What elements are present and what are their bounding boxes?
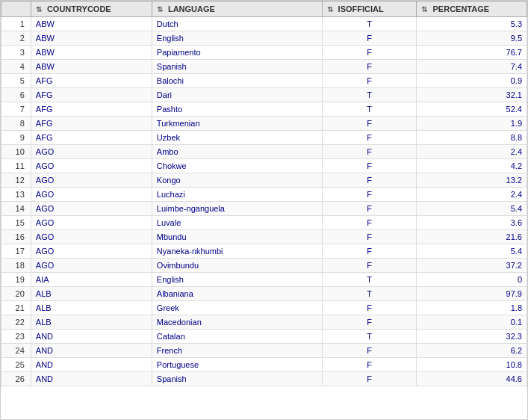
cell-rownum: 14: [1, 202, 31, 216]
cell-isofficial: T: [322, 102, 417, 117]
cell-language: Luimbe-nganguela: [152, 202, 322, 216]
table-header-row: ⇅ COUNTRYCODE ⇅ LANGUAGE ⇅ ISOFFICIAL ⇅ …: [1, 1, 527, 17]
table-row[interactable]: 11 AGO Chokwe F 4.2: [1, 159, 527, 173]
cell-rownum: 2: [1, 31, 31, 46]
table-row[interactable]: 23 AND Catalan T 32.3: [1, 330, 527, 344]
cell-rownum: 10: [1, 145, 31, 159]
cell-countrycode: AFG: [31, 117, 152, 131]
cell-rownum: 4: [1, 60, 31, 74]
table-row[interactable]: 21 ALB Greek F 1.8: [1, 301, 527, 315]
table-row[interactable]: 7 AFG Pashto T 52.4: [1, 102, 527, 117]
table-row[interactable]: 5 AFG Balochi F 0.9: [1, 74, 527, 88]
cell-rownum: 7: [1, 102, 31, 117]
cell-rownum: 21: [1, 301, 31, 315]
cell-isofficial: F: [322, 372, 417, 386]
header-rownum: [1, 1, 31, 17]
cell-countrycode: AND: [31, 372, 152, 386]
cell-rownum: 5: [1, 74, 31, 88]
cell-isofficial: F: [322, 244, 417, 259]
cell-countrycode: AGO: [31, 188, 152, 202]
cell-language: Macedonian: [152, 315, 322, 330]
cell-isofficial: F: [322, 344, 417, 358]
cell-countrycode: ALB: [31, 315, 152, 330]
cell-rownum: 16: [1, 230, 31, 244]
cell-percentage: 10.8: [417, 358, 527, 372]
table-row[interactable]: 10 AGO Ambo F 2.4: [1, 145, 527, 159]
cell-isofficial: F: [322, 46, 417, 60]
table-row[interactable]: 26 AND Spanish F 44.6: [1, 372, 527, 386]
cell-percentage: 21.6: [417, 230, 527, 244]
data-table[interactable]: ⇅ COUNTRYCODE ⇅ LANGUAGE ⇅ ISOFFICIAL ⇅ …: [0, 0, 528, 420]
cell-isofficial: F: [322, 159, 417, 173]
cell-rownum: 6: [1, 88, 31, 102]
table-row[interactable]: 25 AND Portuguese F 10.8: [1, 358, 527, 372]
table-row[interactable]: 8 AFG Turkmenian F 1.9: [1, 117, 527, 131]
table-row[interactable]: 6 AFG Dari T 32.1: [1, 88, 527, 102]
table-row[interactable]: 4 ABW Spanish F 7.4: [1, 60, 527, 74]
table-row[interactable]: 16 AGO Mbundu F 21.6: [1, 230, 527, 244]
cell-countrycode: AGO: [31, 173, 152, 188]
cell-countrycode: AGO: [31, 145, 152, 159]
cell-rownum: 1: [1, 17, 31, 31]
cell-isofficial: T: [322, 287, 417, 301]
cell-percentage: 7.4: [417, 60, 527, 74]
cell-countrycode: ABW: [31, 31, 152, 46]
cell-isofficial: F: [322, 117, 417, 131]
cell-percentage: 9.5: [417, 31, 527, 46]
table-row[interactable]: 13 AGO Luchazi F 2.4: [1, 188, 527, 202]
cell-isofficial: F: [322, 301, 417, 315]
table-row[interactable]: 18 AGO Ovimbundu F 37.2: [1, 259, 527, 273]
cell-isofficial: T: [322, 273, 417, 287]
cell-isofficial: F: [322, 230, 417, 244]
header-language[interactable]: ⇅ LANGUAGE: [152, 1, 322, 17]
cell-countrycode: AFG: [31, 88, 152, 102]
header-countrycode[interactable]: ⇅ COUNTRYCODE: [31, 1, 152, 17]
table-row[interactable]: 24 AND French F 6.2: [1, 344, 527, 358]
cell-language: Dutch: [152, 17, 322, 31]
cell-isofficial: T: [322, 17, 417, 31]
header-percentage[interactable]: ⇅ PERCENTAGE: [417, 1, 527, 17]
cell-language: Chokwe: [152, 159, 322, 173]
cell-countrycode: AFG: [31, 74, 152, 88]
cell-countrycode: AND: [31, 344, 152, 358]
cell-countrycode: AND: [31, 358, 152, 372]
table-row[interactable]: 17 AGO Nyaneka-nkhumbi F 5.4: [1, 244, 527, 259]
cell-rownum: 9: [1, 131, 31, 145]
cell-rownum: 3: [1, 46, 31, 60]
header-countrycode-label: COUNTRYCODE: [47, 4, 111, 13]
cell-percentage: 2.4: [417, 145, 527, 159]
cell-countrycode: AGO: [31, 202, 152, 216]
cell-language: Portuguese: [152, 358, 322, 372]
table-row[interactable]: 1 ABW Dutch T 5.3: [1, 17, 527, 31]
cell-percentage: 0: [417, 273, 527, 287]
table-row[interactable]: 20 ALB Albaniana T 97.9: [1, 287, 527, 301]
cell-language: English: [152, 273, 322, 287]
table-row[interactable]: 22 ALB Macedonian F 0.1: [1, 315, 527, 330]
header-language-label: LANGUAGE: [168, 4, 215, 13]
cell-language: Balochi: [152, 74, 322, 88]
cell-countrycode: ABW: [31, 46, 152, 60]
header-isofficial[interactable]: ⇅ ISOFFICIAL: [322, 1, 417, 17]
cell-countrycode: AGO: [31, 216, 152, 230]
table-row[interactable]: 14 AGO Luimbe-nganguela F 5.4: [1, 202, 527, 216]
cell-rownum: 15: [1, 216, 31, 230]
cell-language: Pashto: [152, 102, 322, 117]
cell-percentage: 0.1: [417, 315, 527, 330]
cell-isofficial: F: [322, 60, 417, 74]
cell-isofficial: T: [322, 88, 417, 102]
cell-rownum: 23: [1, 330, 31, 344]
cell-isofficial: F: [322, 145, 417, 159]
cell-isofficial: F: [322, 259, 417, 273]
table-row[interactable]: 12 AGO Kongo F 13.2: [1, 173, 527, 188]
table-row[interactable]: 15 AGO Luvale F 3.6: [1, 216, 527, 230]
cell-isofficial: F: [322, 202, 417, 216]
cell-percentage: 13.2: [417, 173, 527, 188]
table-row[interactable]: 2 ABW English F 9.5: [1, 31, 527, 46]
table-row[interactable]: 19 AIA English T 0: [1, 273, 527, 287]
table-row[interactable]: 9 AFG Uzbek F 8.8: [1, 131, 527, 145]
cell-percentage: 32.1: [417, 88, 527, 102]
table-row[interactable]: 3 ABW Papiamento F 76.7: [1, 46, 527, 60]
cell-isofficial: F: [322, 74, 417, 88]
cell-percentage: 2.4: [417, 188, 527, 202]
cell-percentage: 5.4: [417, 244, 527, 259]
